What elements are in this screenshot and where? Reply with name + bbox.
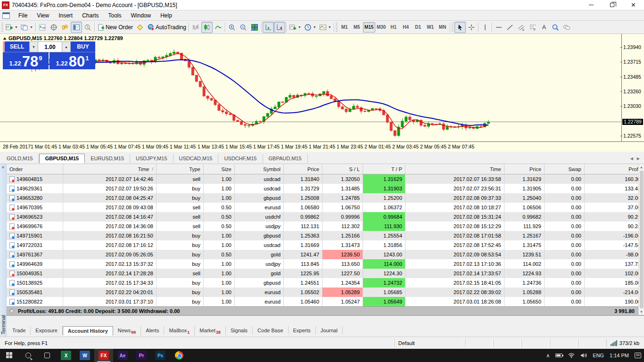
speaker-icon-wrap[interactable] bbox=[578, 349, 590, 362]
column-header-symbol-4[interactable]: Symbol bbox=[235, 164, 284, 174]
chart-tab-usdjpy-m15[interactable]: USDJPY,M15 bbox=[130, 154, 173, 163]
cell-symbol[interactable]: eurusd bbox=[235, 203, 284, 212]
cell-close-price[interactable]: 1.31905 bbox=[504, 184, 545, 193]
language-indicator[interactable]: ENG bbox=[590, 349, 607, 362]
volume-input[interactable]: 1.00 bbox=[38, 41, 62, 52]
cell-take-profit[interactable]: 1.31629 bbox=[363, 174, 405, 184]
wifi-icon-wrap[interactable] bbox=[565, 349, 578, 362]
scroll-down-icon[interactable]: ▼ bbox=[640, 309, 643, 315]
timeframe-m30-button[interactable]: M30 bbox=[375, 22, 388, 33]
chart-tab-eurusd-m15[interactable]: EURUSD,M15 bbox=[85, 154, 130, 163]
cell-type[interactable]: buy bbox=[157, 297, 204, 306]
crosshair-button[interactable] bbox=[466, 22, 477, 33]
scroll-up-icon[interactable]: ▲ bbox=[640, 164, 643, 170]
cell-symbol[interactable]: gold bbox=[235, 250, 284, 259]
chart-tab-gbpaud-m15[interactable]: GBPAUD,M15 bbox=[263, 154, 308, 163]
cell-size[interactable]: 1.00 bbox=[204, 184, 235, 193]
horizontal-line-button[interactable] bbox=[493, 22, 504, 33]
cell-take-profit[interactable]: 1243.00 bbox=[363, 250, 405, 259]
cell-close-price[interactable]: 1.25167 bbox=[504, 231, 545, 240]
cell-profit[interactable]: 137.72 bbox=[585, 259, 644, 269]
cell-stop-loss[interactable]: 0.99996 bbox=[322, 212, 363, 222]
cell-stop-loss[interactable]: 1.31485 bbox=[322, 184, 363, 193]
cell-symbol[interactable]: gold bbox=[235, 269, 284, 278]
cell-profit[interactable]: 102.00 bbox=[585, 269, 644, 278]
cell-swap[interactable]: 0.00 bbox=[545, 203, 585, 212]
candlestick-chart-button[interactable] bbox=[201, 22, 213, 33]
cursor-button[interactable] bbox=[454, 22, 466, 33]
cell-symbol[interactable]: usdcad bbox=[235, 174, 284, 184]
cell-open-time[interactable]: 2017.02.14 17:28:28 bbox=[63, 269, 157, 278]
document-icon[interactable] bbox=[2, 12, 10, 19]
cell-profit[interactable]: -196.00 bbox=[585, 231, 644, 240]
cell-type[interactable]: buy bbox=[157, 193, 204, 203]
cell-type[interactable]: buy bbox=[157, 250, 204, 259]
new-chart-button[interactable]: ▼ bbox=[4, 22, 19, 33]
cell-open-time[interactable]: 2017.02.08 17:16:12 bbox=[63, 240, 157, 250]
time-axis[interactable]: 28 Feb 20171 Mar 01:451 Mar 03:451 Mar 0… bbox=[0, 141, 644, 152]
cell-close-time[interactable]: 2017.02.14 17:33:57 bbox=[405, 269, 504, 278]
cell-close-price[interactable]: 0.99682 bbox=[504, 212, 545, 222]
chart-tab-gbpusd-m15[interactable]: GBPUSD,M15 bbox=[39, 154, 85, 164]
cell-take-profit[interactable]: 1.31903 bbox=[363, 184, 405, 193]
cell-type[interactable]: buy bbox=[157, 240, 204, 250]
cell-type[interactable]: sell bbox=[157, 174, 204, 184]
terminal-tab-code-base[interactable]: Code Base bbox=[253, 326, 288, 335]
cell-swap[interactable]: 0.00 bbox=[545, 250, 585, 259]
cell-swap[interactable]: 0.00 bbox=[545, 231, 585, 240]
cell-profit[interactable]: 37.00 bbox=[585, 203, 644, 212]
cell-order[interactable]: 149699676 bbox=[7, 222, 63, 231]
start-button[interactable] bbox=[0, 349, 19, 362]
tab-scroll-left-icon[interactable]: ◀ bbox=[629, 156, 635, 162]
cell-type[interactable]: buy bbox=[157, 184, 204, 193]
excel-app[interactable]: X bbox=[57, 349, 75, 362]
table-row[interactable]: 1496532802017.02.08 04:25:47buy1.00gbpus… bbox=[7, 193, 644, 203]
tab-scroll-right-icon[interactable]: ▶ bbox=[636, 156, 641, 162]
cell-order[interactable]: 149604815 bbox=[7, 174, 63, 184]
cell-profit[interactable]: 133.43 bbox=[585, 184, 644, 193]
cell-profit[interactable]: -98.00 bbox=[585, 250, 644, 259]
terminal-tab-news[interactable]: News99 bbox=[113, 326, 141, 336]
hidden-icons-chevron[interactable]: ∧ bbox=[543, 349, 553, 362]
cell-take-profit[interactable]: 111.930 bbox=[363, 222, 405, 231]
cell-close-time[interactable]: 2017.03.01 18:26:08 bbox=[405, 297, 504, 306]
cell-type[interactable]: sell bbox=[157, 269, 204, 278]
new-order-button[interactable]: New Order bbox=[96, 22, 134, 33]
cell-open-price[interactable]: 113.845 bbox=[284, 259, 322, 269]
cell-profit[interactable]: 190.00 bbox=[585, 297, 644, 306]
cell-close-time[interactable]: 2017.02.08 15:12:29 bbox=[405, 222, 504, 231]
cell-stop-loss[interactable]: 1.06750 bbox=[322, 203, 363, 212]
cell-close-time[interactable]: 2017.02.07 16:33:58 bbox=[405, 174, 504, 184]
cell-open-time[interactable]: 2017.02.08 09:43:08 bbox=[63, 203, 157, 212]
vertical-line-button[interactable] bbox=[479, 22, 491, 33]
cell-swap[interactable]: 0.00 bbox=[545, 184, 585, 193]
timeframe-mn-button[interactable]: MN bbox=[437, 22, 449, 33]
equidistant-channel-button[interactable]: E bbox=[516, 22, 527, 33]
zoom-out-button[interactable] bbox=[238, 22, 249, 33]
cell-symbol[interactable]: eurusd bbox=[235, 288, 284, 297]
cell-size[interactable]: 0.50 bbox=[204, 212, 235, 222]
cell-profit[interactable]: -214.00 bbox=[585, 288, 644, 297]
column-header-tp-7[interactable]: T / P bbox=[363, 164, 405, 174]
chart-shift-button[interactable] bbox=[274, 22, 285, 33]
cell-swap[interactable]: 0.00 bbox=[545, 269, 585, 278]
cell-size[interactable]: 0.50 bbox=[204, 222, 235, 231]
table-row[interactable]: 1497613672017.02.09 05:26:05buy0.50gold1… bbox=[7, 250, 644, 259]
column-header-type-2[interactable]: Type bbox=[157, 164, 204, 174]
cell-close-price[interactable]: 1.31475 bbox=[504, 240, 545, 250]
cell-size[interactable]: 1.00 bbox=[204, 174, 235, 184]
terminal-tab-account-history[interactable]: Account History bbox=[63, 326, 113, 336]
column-header-time-1[interactable]: Time/ bbox=[63, 164, 157, 174]
price-axis[interactable]: 1.239401.237151.234851.232601.230301.225… bbox=[621, 34, 644, 141]
close-button[interactable]: ✕ bbox=[623, 0, 644, 10]
buy-price-panel[interactable]: 1.22 80 1 bbox=[50, 52, 95, 69]
column-header-profit-11[interactable]: Profit bbox=[585, 164, 644, 174]
cell-open-time[interactable]: 2017.03.01 17:37:10 bbox=[63, 297, 157, 306]
periods-button[interactable]: ▼ bbox=[303, 22, 318, 33]
cell-close-time[interactable]: 2017.02.08 15:31:24 bbox=[405, 212, 504, 222]
column-header-size-3[interactable]: Size bbox=[204, 164, 235, 174]
cell-swap[interactable]: 0.00 bbox=[545, 259, 585, 269]
zoom-in-button[interactable] bbox=[226, 22, 238, 33]
cell-open-time[interactable]: 2017.02.22 04:20:01 bbox=[63, 288, 157, 297]
cell-close-price[interactable]: 1224.93 bbox=[504, 269, 545, 278]
